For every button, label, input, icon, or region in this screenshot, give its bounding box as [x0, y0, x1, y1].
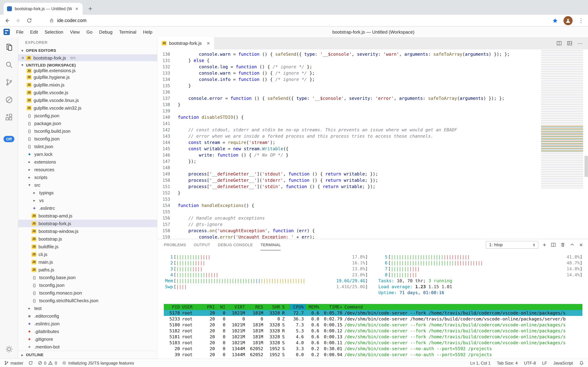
file-item-gulpfile.vscode.linux.js[interactable]: JSgulpfile.vscode.linux.js: [18, 96, 157, 104]
code-line[interactable]: 144 const stream = require('stream');: [157, 139, 588, 146]
terminal-select[interactable]: 1: htop ▲▼: [486, 241, 538, 249]
back-button[interactable]: [4, 18, 10, 23]
file-item-paths.js[interactable]: JSpaths.js: [18, 266, 157, 274]
code-line[interactable]: 148: [157, 165, 588, 171]
code-line[interactable]: 132 console.log = function () { /* ignor…: [157, 64, 588, 70]
code-line[interactable]: 146 write: function () { /* No OP */ }: [157, 152, 588, 158]
forward-button[interactable]: [15, 18, 21, 23]
code-content[interactable]: 130 console.warn = function () { safeSen…: [157, 49, 588, 239]
panel-tab-debug-console[interactable]: DEBUG CONSOLE: [218, 239, 253, 250]
file-item-tslint.json[interactable]: {}tslint.json: [18, 142, 157, 150]
code-line[interactable]: 139: [157, 108, 588, 114]
code-line[interactable]: 153: [157, 196, 588, 202]
encoding[interactable]: UTF-8: [524, 360, 536, 366]
minimap[interactable]: [541, 50, 583, 189]
open-editor-item[interactable]: ✕ JS bootstrap-fork.js src: [18, 54, 157, 61]
file-item-tsconfig.strictNullChecks.json[interactable]: {}tsconfig.strictNullChecks.json: [18, 297, 157, 304]
code-line[interactable]: 141: [157, 120, 588, 127]
url-text[interactable]: ide.coder.com: [57, 18, 86, 23]
panel-tab-problems[interactable]: PROBLEMS: [164, 239, 186, 250]
editor-scrollbar[interactable]: [585, 156, 588, 177]
panel-tab-output[interactable]: OUTPUT: [194, 239, 210, 250]
debug-icon[interactable]: [4, 95, 14, 104]
cursor-position[interactable]: Ln 1, Col 1: [470, 360, 490, 366]
code-editor[interactable]: 130 console.warn = function () { safeSen…: [157, 49, 588, 239]
file-item-tsconfig.json[interactable]: {}tsconfig.json: [18, 135, 157, 142]
code-line[interactable]: 158 process.on('uncaughtException', func…: [157, 228, 588, 234]
browser-profile-avatar[interactable]: [563, 16, 573, 25]
menu-file[interactable]: File: [13, 27, 27, 37]
file-item-bootstrap-window.js[interactable]: JSbootstrap-window.js: [18, 227, 157, 235]
editor-tab-bootstrap-fork[interactable]: JS bootstrap-fork.js ✕: [157, 37, 215, 49]
tab-size[interactable]: Tab Size: 4: [497, 360, 518, 366]
git-branch-status[interactable]: master: [4, 360, 23, 366]
file-item-.mention-bot[interactable]: ◆.mention-bot: [18, 343, 157, 350]
file-item-gulpfile.mixin.js[interactable]: JSgulpfile.mixin.js: [18, 81, 157, 89]
menu-terminal[interactable]: Terminal: [116, 27, 140, 37]
process-row-5178[interactable]: 5178root2001021M181M3328R72.70.60:05.70/…: [164, 310, 582, 316]
new-tab-button[interactable]: +: [85, 4, 95, 14]
code-line[interactable]: 157 // @ts-ignore: [157, 221, 588, 228]
file-item-.gitignore[interactable]: ◆.gitignore: [18, 335, 157, 343]
code-line[interactable]: 159 console.error('Uncaught Exception: '…: [157, 234, 588, 239]
code-line[interactable]: 155: [157, 209, 588, 215]
code-line[interactable]: 133 console.warn = function () { /* igno…: [157, 70, 588, 76]
language-mode[interactable]: JavaScript: [553, 360, 573, 366]
sync-button[interactable]: [28, 361, 33, 365]
menu-help[interactable]: Help: [140, 27, 156, 37]
code-line[interactable]: 151 process['__defineGetter__']('stdin',…: [157, 184, 588, 190]
browser-menu-icon[interactable]: ⋮: [578, 18, 584, 23]
menu-debug[interactable]: Debug: [96, 27, 116, 37]
code-line[interactable]: 136: [157, 89, 588, 95]
file-item-vs[interactable]: ▸vs: [18, 196, 157, 204]
process-row-5183[interactable]: 5183root2001021M181M3328S4.00.60:00.11/d…: [164, 340, 582, 346]
settings-gear-icon[interactable]: [4, 345, 14, 354]
file-item-yarn.lock[interactable]: ◆yarn.lock: [18, 150, 157, 158]
file-item-gulpfile.extensions.js[interactable]: JSgulpfile.extensions.js: [18, 69, 157, 73]
code-line[interactable]: 130 console.warn = function () { safeSen…: [157, 51, 588, 58]
panel-tab-terminal[interactable]: TERMINAL: [260, 239, 281, 250]
file-item-gulpfile.vscode.js[interactable]: JSgulpfile.vscode.js: [18, 89, 157, 96]
bookmark-star-icon[interactable]: [552, 18, 558, 23]
file-item-.editorconfig[interactable]: ◆.editorconfig: [18, 312, 157, 320]
file-item-gulpfile.vscode.win32.js[interactable]: JSgulpfile.vscode.win32.js: [18, 104, 157, 112]
code-line[interactable]: 138}: [157, 101, 588, 108]
file-item-buildfile.js[interactable]: JSbuildfile.js: [18, 243, 157, 250]
address-bar[interactable]: ide.coder.com: [49, 18, 547, 23]
close-panel-icon[interactable]: ✕: [579, 242, 583, 247]
explorer-icon[interactable]: [4, 43, 14, 52]
file-item-cli.js[interactable]: JScli.js: [18, 250, 157, 258]
code-line[interactable]: 142 // const stdout, stderr and stdin be…: [157, 127, 588, 133]
language-status-message[interactable]: Initializing JS/TS language features: [62, 360, 134, 366]
search-icon[interactable]: [4, 60, 14, 69]
code-line[interactable]: 143 // error when we are inside a forked…: [157, 133, 588, 139]
code-line[interactable]: 145 const writable = new stream.Writable…: [157, 146, 588, 152]
file-item-package.json[interactable]: {}package.json: [18, 119, 157, 127]
file-item-.gitattributes[interactable]: ◆.gitattributes: [18, 327, 157, 335]
extensions-icon[interactable]: [4, 113, 14, 122]
file-item-tsconfig.monaco.json[interactable]: {}tsconfig.monaco.json: [18, 289, 157, 297]
close-icon[interactable]: ✕: [21, 56, 24, 60]
terminal-view[interactable]: 1[|||||||||||||17.8%]2[|||||||||||16.1%]…: [157, 250, 588, 359]
process-row-20[interactable]: 20root2001344M620521952S3.30.20:30.01/de…: [164, 346, 582, 352]
kill-terminal-icon[interactable]: [560, 242, 565, 247]
code-line[interactable]: 150 process['__defineGetter__']('stderr'…: [157, 177, 588, 184]
file-item-tsconfig.base.json[interactable]: {}tsconfig.base.json: [18, 274, 157, 281]
file-item-test[interactable]: ▸test: [18, 304, 157, 312]
process-row-5180[interactable]: 5180root2001021M181M3328S7.30.60:00.15/d…: [164, 322, 582, 328]
file-item-bootstrap-amd.js[interactable]: JSbootstrap-amd.js: [18, 212, 157, 220]
file-item-.eslintrc[interactable]: ◆.eslintrc: [18, 204, 157, 212]
process-row-5181[interactable]: 5181root2001021M181M3328S4.60.60:00.13/d…: [164, 334, 582, 340]
code-line[interactable]: 131 } else {: [157, 58, 588, 64]
menu-edit[interactable]: Edit: [27, 27, 41, 37]
code-line[interactable]: 135 }: [157, 83, 588, 89]
process-row-5182[interactable]: 5182root2001021M181M3328R5.30.60:00.12/d…: [164, 328, 582, 334]
source-control-icon[interactable]: [4, 78, 14, 87]
file-item-main.js[interactable]: JSmain.js: [18, 258, 157, 266]
file-item-bootstrap.js[interactable]: JSbootstrap.js: [18, 235, 157, 243]
maximize-panel-icon[interactable]: [570, 242, 575, 247]
file-item-src[interactable]: ▾src: [18, 181, 157, 189]
notifications-bell-icon[interactable]: [579, 361, 584, 365]
file-item-scripts[interactable]: ▸scripts: [18, 173, 157, 181]
outline-header[interactable]: ▸ OUTLINE: [18, 351, 157, 359]
